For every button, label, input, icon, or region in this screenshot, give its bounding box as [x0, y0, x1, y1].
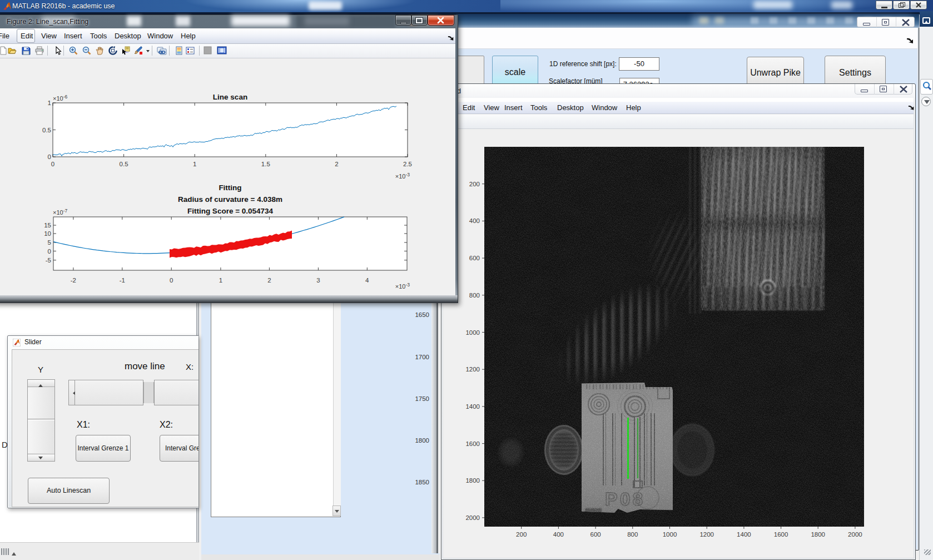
svg-text:400: 400 — [553, 531, 564, 538]
svg-text:0: 0 — [48, 248, 51, 255]
svg-text:1800: 1800 — [465, 477, 480, 484]
svg-text:2: 2 — [335, 161, 338, 167]
svg-text:800: 800 — [469, 292, 480, 299]
svg-text:1: 1 — [219, 277, 222, 284]
svg-text:800: 800 — [627, 531, 638, 538]
svg-text:-1: -1 — [120, 277, 125, 284]
svg-text:200: 200 — [469, 181, 480, 187]
svg-text:1.5: 1.5 — [261, 161, 270, 167]
svg-text:1000: 1000 — [465, 329, 480, 336]
svg-text:0: 0 — [48, 153, 51, 160]
svg-text:5: 5 — [48, 239, 51, 246]
svg-text:1400: 1400 — [465, 403, 480, 410]
svg-text:0: 0 — [170, 277, 173, 284]
svg-text:Radius of curvature = 4.038m: Radius of curvature = 4.038m — [178, 195, 282, 204]
svg-text:1600: 1600 — [465, 440, 480, 447]
svg-text:-2: -2 — [71, 277, 76, 284]
svg-text:2: 2 — [267, 277, 271, 284]
svg-text:1400: 1400 — [737, 531, 751, 538]
svg-text:0.5: 0.5 — [120, 161, 128, 167]
svg-text:Fitting: Fitting — [219, 184, 241, 192]
svg-text:4: 4 — [365, 277, 369, 284]
svg-text:-5: -5 — [46, 257, 51, 264]
svg-text:0.5: 0.5 — [42, 127, 51, 133]
svg-text:×10-3: ×10-3 — [395, 282, 410, 290]
svg-text:1: 1 — [48, 100, 51, 106]
svg-text:400: 400 — [469, 217, 480, 224]
svg-text:2.5: 2.5 — [403, 161, 412, 167]
svg-text:3: 3 — [316, 277, 320, 284]
svg-text:2000: 2000 — [848, 531, 862, 538]
svg-text:×10-7: ×10-7 — [53, 208, 68, 216]
svg-text:×10-3: ×10-3 — [395, 172, 410, 180]
svg-text:1: 1 — [193, 161, 196, 167]
svg-text:0: 0 — [51, 161, 54, 167]
svg-text:1600: 1600 — [774, 531, 788, 538]
svg-text:15: 15 — [44, 222, 51, 229]
svg-text:Fitting Score = 0.054734: Fitting Score = 0.054734 — [187, 207, 274, 215]
svg-text:600: 600 — [469, 255, 480, 261]
svg-text:1200: 1200 — [699, 531, 714, 538]
svg-text:600: 600 — [590, 531, 601, 538]
svg-text:1800: 1800 — [811, 531, 825, 538]
svg-text:1000: 1000 — [663, 531, 677, 538]
svg-text:10: 10 — [44, 230, 51, 237]
svg-text:1200: 1200 — [465, 366, 480, 373]
svg-text:2000: 2000 — [465, 514, 480, 521]
svg-text:Line scan: Line scan — [213, 93, 247, 101]
svg-text:×10-6: ×10-6 — [53, 94, 68, 102]
svg-text:200: 200 — [516, 531, 527, 538]
